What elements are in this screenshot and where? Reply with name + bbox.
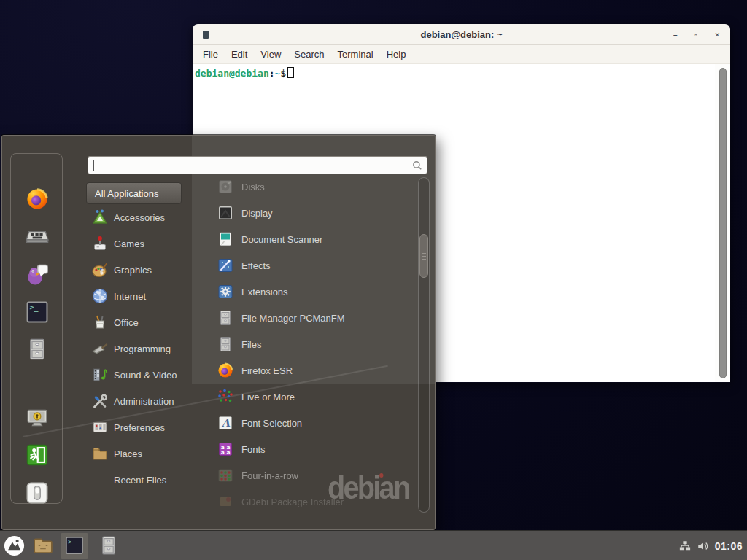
- magnifier-icon: [411, 159, 424, 172]
- category-administration[interactable]: Administration: [86, 388, 194, 414]
- scrollbar-grip: [422, 256, 426, 257]
- four-in-a-row-icon: [217, 467, 234, 484]
- category-office[interactable]: Office: [86, 309, 194, 335]
- app-effects[interactable]: Effects: [193, 252, 417, 279]
- prompt-symbol: $: [280, 68, 286, 79]
- file-cabinet-icon[interactable]: [98, 534, 120, 556]
- menu-search[interactable]: Search: [287, 46, 330, 63]
- search-box[interactable]: [88, 156, 427, 174]
- programming-icon: [91, 340, 109, 357]
- lock-screen-icon[interactable]: [25, 405, 50, 430]
- search-input[interactable]: [93, 158, 400, 172]
- app-fonts[interactable]: Fonts: [193, 436, 417, 462]
- category-programming[interactable]: Programming: [86, 335, 194, 362]
- terminal-menubar: File Edit View Search Terminal Help: [193, 45, 730, 64]
- app-firefox-esr[interactable]: Firefox ESR: [193, 357, 417, 384]
- taskbar: 01:06: [0, 530, 747, 560]
- font-selection-icon: [217, 414, 234, 432]
- category-all-applications[interactable]: All Applications: [86, 182, 182, 204]
- menu-help[interactable]: Help: [380, 46, 413, 63]
- app-files[interactable]: Files: [193, 331, 417, 357]
- preferences-icon: [91, 419, 109, 436]
- terminal-scrollbar-thumb[interactable]: [719, 68, 727, 378]
- application-menu: debian All Applications Accessories: [1, 135, 436, 530]
- category-accessories[interactable]: Accessories: [86, 204, 194, 230]
- application-list: Disks Display Document Scanner Effects E…: [193, 174, 417, 515]
- terminal-scrollbar[interactable]: [715, 64, 730, 382]
- file-cabinet-icon[interactable]: [25, 337, 50, 362]
- file-cabinet-icon: [217, 309, 234, 327]
- effects-icon: [217, 257, 234, 274]
- menu-view[interactable]: View: [254, 46, 287, 63]
- close-icon[interactable]: ✕: [714, 31, 720, 39]
- maximize-icon[interactable]: ▫: [694, 31, 697, 39]
- prompt-user-host: debian@debian: [195, 68, 269, 79]
- scrollbar-grip: [422, 253, 426, 254]
- app-display[interactable]: Display: [193, 200, 417, 226]
- category-list: All Applications Accessories Games Graph…: [86, 182, 194, 493]
- document-scanner-icon: [217, 230, 234, 248]
- app-list-scrollbar-track[interactable]: [418, 177, 430, 513]
- app-disks[interactable]: Disks: [193, 174, 417, 200]
- disks-icon: [217, 178, 234, 195]
- gdebi-icon: [217, 493, 234, 510]
- scrollbar-grip: [422, 259, 426, 260]
- category-places[interactable]: Places: [86, 440, 194, 467]
- terminal-cursor: [287, 67, 294, 78]
- sound-video-icon: [91, 366, 109, 384]
- file-manager-folder-icon[interactable]: [32, 534, 54, 556]
- category-graphics[interactable]: Graphics: [86, 257, 194, 283]
- shut-down-icon[interactable]: [25, 481, 50, 505]
- games-icon: [91, 235, 109, 252]
- graphics-icon: [91, 261, 109, 279]
- category-internet[interactable]: Internet: [86, 283, 194, 309]
- places-icon: [91, 445, 109, 462]
- app-extensions[interactable]: Extensions: [193, 279, 417, 305]
- clock[interactable]: 01:06: [715, 540, 743, 552]
- file-cabinet-icon: [217, 335, 234, 353]
- menu-edit[interactable]: Edit: [225, 46, 254, 63]
- category-games[interactable]: Games: [86, 230, 194, 257]
- category-preferences[interactable]: Preferences: [86, 414, 194, 440]
- log-out-icon[interactable]: [25, 443, 50, 467]
- menu-button-icon[interactable]: [3, 534, 26, 557]
- app-file-manager-pcmanfm[interactable]: File Manager PCManFM: [193, 305, 417, 331]
- keyboard-icon[interactable]: [25, 224, 50, 249]
- favorites-column: [10, 153, 63, 504]
- administration-icon: [91, 392, 109, 410]
- network-icon[interactable]: [678, 540, 692, 553]
- terminal-icon[interactable]: [25, 300, 50, 324]
- extensions-icon: [217, 283, 234, 300]
- five-or-more-icon: [217, 388, 234, 405]
- app-four-in-a-row[interactable]: Four-in-a-row: [193, 462, 417, 489]
- internet-icon: [91, 287, 109, 305]
- app-list-scrollbar-thumb[interactable]: [419, 234, 428, 278]
- desktop: debian@debian: ~ ‒ ▫ ✕ File Edit View Se…: [0, 0, 747, 560]
- terminal-titlebar[interactable]: debian@debian: ~ ‒ ▫ ✕: [193, 24, 730, 45]
- app-font-selection[interactable]: Font Selection: [193, 410, 417, 436]
- menu-file[interactable]: File: [196, 46, 225, 63]
- display-icon: [217, 204, 234, 222]
- firefox-icon: [217, 362, 234, 379]
- terminal-icon: [64, 535, 85, 556]
- system-tray: 01:06: [678, 531, 743, 560]
- app-document-scanner[interactable]: Document Scanner: [193, 226, 417, 252]
- app-five-or-more[interactable]: Five or More: [193, 384, 417, 410]
- app-gdebi-package-installer[interactable]: GDebi Package Installer: [193, 489, 417, 515]
- volume-icon[interactable]: [697, 540, 710, 553]
- minimize-icon[interactable]: ‒: [673, 31, 677, 39]
- terminal-taskbar-button[interactable]: [61, 533, 88, 559]
- window-title: debian@debian: ~: [193, 24, 730, 45]
- office-icon: [91, 314, 109, 331]
- pidgin-icon[interactable]: [25, 262, 50, 287]
- prompt-separator: :: [269, 68, 275, 79]
- accessories-icon: [91, 209, 109, 226]
- menu-terminal[interactable]: Terminal: [331, 46, 380, 63]
- text-caret: [93, 160, 94, 171]
- fonts-icon: [217, 440, 234, 458]
- firefox-icon[interactable]: [25, 187, 50, 211]
- category-sound-video[interactable]: Sound & Video: [86, 362, 194, 388]
- category-recent-files[interactable]: Recent Files: [86, 467, 194, 493]
